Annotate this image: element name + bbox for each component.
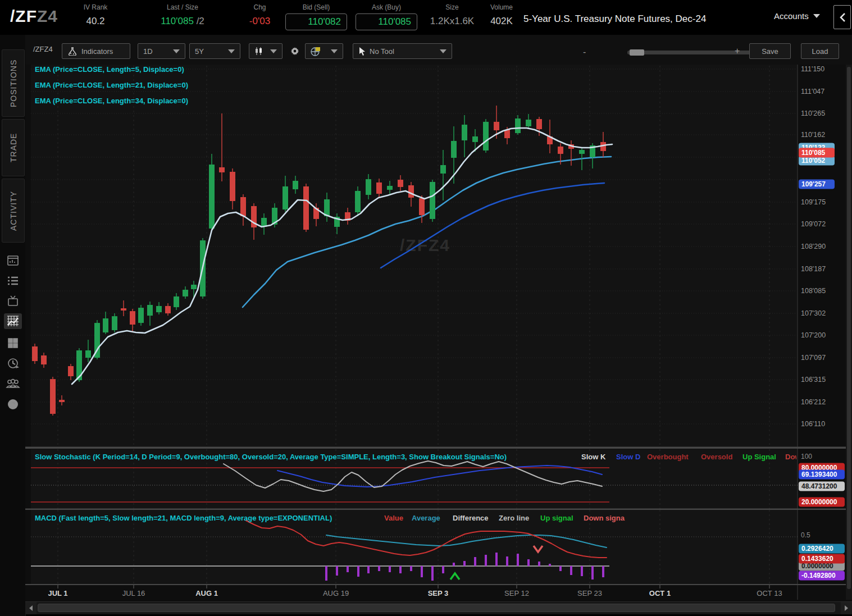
- size-label: Size: [427, 3, 477, 11]
- candle-body: [283, 186, 288, 209]
- candle-body: [398, 180, 403, 187]
- candle-body: [165, 306, 171, 313]
- load-button[interactable]: Load: [801, 43, 839, 59]
- zoom-out-button[interactable]: -: [583, 47, 586, 57]
- zoom-slider-handle[interactable]: [630, 49, 644, 56]
- axis-bubble-label: 69.1393400: [801, 471, 837, 478]
- bid-label: Bid (Sell): [285, 3, 347, 11]
- macd-hist-bar: [378, 566, 380, 571]
- sidebar-tab-positions[interactable]: POSITIONS: [2, 49, 25, 117]
- zoom-slider[interactable]: [627, 51, 751, 54]
- date-tick: JUL 1: [48, 589, 67, 597]
- macd-hist-bar: [357, 566, 359, 577]
- grid-icon[interactable]: [4, 335, 22, 351]
- candle-body: [156, 306, 162, 312]
- left-sidebar: POSITIONS TRADE ACTIVITY ?: [0, 35, 26, 616]
- sidebar-tab-activity[interactable]: ACTIVITY: [2, 179, 25, 243]
- chart-layout-dropdown[interactable]: [305, 43, 343, 59]
- axis-bubble-label: 20.0000000: [801, 498, 837, 506]
- macd-hist-bar: [506, 556, 508, 566]
- candle-body: [536, 119, 542, 129]
- macd-hist-bar: [421, 566, 423, 577]
- history-icon[interactable]: [4, 355, 22, 371]
- instrument-title: 5-Year U.S. Treasury Note Futures, Dec-2…: [523, 13, 706, 25]
- candle-body: [419, 198, 425, 215]
- accounts-label: Accounts: [774, 11, 809, 21]
- chart-settings-button[interactable]: [285, 43, 304, 59]
- timeframe-dropdown[interactable]: 1D: [138, 43, 185, 59]
- price-chart[interactable]: /ZFZ4EMA (Price=CLOSE, Length=5, Displac…: [25, 65, 852, 601]
- zoom-in-button[interactable]: +: [735, 46, 740, 56]
- scroll-left-button[interactable]: [25, 602, 37, 614]
- candle-body: [355, 191, 361, 212]
- list-icon[interactable]: [4, 273, 22, 289]
- bid-button[interactable]: 110'082: [285, 13, 347, 30]
- candle-body: [85, 350, 91, 358]
- accounts-menu[interactable]: Accounts: [774, 11, 820, 21]
- chart-toolbar: /ZFZ4 Indicators 1D 5Y No Tool -: [25, 35, 852, 65]
- candle-body: [430, 182, 435, 219]
- symbol-expiry: Z4: [37, 7, 58, 25]
- chart-type-dropdown[interactable]: [249, 43, 283, 59]
- legend-item: Zero line: [499, 514, 529, 522]
- horizontal-scrollbar[interactable]: [25, 601, 852, 614]
- volume-value: 402K: [484, 16, 519, 27]
- save-button[interactable]: Save: [749, 43, 791, 59]
- indicators-label: Indicators: [81, 47, 113, 56]
- macd-hist-bar: [591, 566, 594, 580]
- drawing-tool-dropdown[interactable]: No Tool: [353, 43, 452, 59]
- chevron-down-icon: [440, 49, 446, 53]
- iv-rank-value: 40.2: [73, 16, 118, 27]
- last-size: /2: [194, 16, 204, 26]
- help-icon[interactable]: ?: [4, 396, 22, 412]
- macd-axis-label: 0.5: [801, 531, 810, 539]
- svg-text:?: ?: [11, 400, 15, 409]
- candle-body: [41, 355, 47, 364]
- vertical-scrollbar-handle[interactable]: [847, 67, 851, 589]
- size-field: Size 1.2Kx1.6K: [427, 3, 477, 27]
- ema-label: EMA (Price=CLOSE, Length=34, Displace=0): [35, 97, 188, 105]
- date-tick: AUG 1: [195, 589, 218, 597]
- ask-button[interactable]: 110'085: [356, 13, 417, 30]
- tv-icon[interactable]: [4, 293, 22, 309]
- date-tick: SEP 23: [577, 589, 602, 597]
- candle-body: [68, 366, 74, 376]
- chg-label: Chg: [242, 3, 278, 11]
- chevron-down-icon: [331, 49, 338, 53]
- vertical-scrollbar[interactable]: [846, 65, 852, 600]
- axis-bubble-label: 0.2926420: [801, 545, 833, 553]
- axis-bubble-label: 48.4731200: [801, 482, 837, 490]
- sidebar-tab-trade[interactable]: TRADE: [2, 119, 25, 176]
- candle-body: [209, 165, 215, 229]
- price-tick: 111'047: [801, 88, 824, 95]
- date-tick: OCT 13: [757, 589, 782, 597]
- symbol-root: /ZF: [10, 7, 37, 25]
- chart-icon[interactable]: [4, 313, 22, 329]
- macd-hist-bar: [485, 555, 487, 566]
- candle-body: [494, 122, 499, 130]
- candle-body: [121, 308, 126, 311]
- macd-hist-bar: [431, 566, 434, 581]
- volume-label: Volume: [484, 3, 519, 11]
- axis-bubble-label: 109'257: [801, 180, 826, 188]
- flask-icon: [67, 47, 78, 56]
- community-icon[interactable]: [4, 376, 22, 391]
- chg-field: Chg -0'03: [242, 3, 278, 27]
- macd-hist-bar: [389, 566, 391, 572]
- gear-icon: [290, 45, 299, 57]
- scroll-right-button[interactable]: [841, 602, 852, 614]
- range-dropdown[interactable]: 5Y: [189, 43, 240, 59]
- date-tick: SEP 12: [504, 589, 529, 597]
- macd-hist-bar: [347, 566, 349, 572]
- last-size-field: Last / Size 110'085 /2: [143, 3, 222, 27]
- candle-body: [440, 165, 446, 174]
- scrollbar-handle[interactable]: [38, 604, 835, 612]
- macd-hist-bar: [570, 566, 572, 575]
- indicators-button[interactable]: Indicators: [62, 43, 130, 59]
- stochastic-title: Slow Stochastic (K Period=14, D Period=9…: [35, 453, 507, 461]
- report-icon[interactable]: [4, 253, 22, 268]
- collapse-panel-button[interactable]: [833, 5, 851, 29]
- candle-body: [130, 311, 135, 325]
- ema-label: EMA (Price=CLOSE, Length=21, Displace=0): [35, 81, 188, 89]
- price-tick: 107'200: [801, 331, 826, 339]
